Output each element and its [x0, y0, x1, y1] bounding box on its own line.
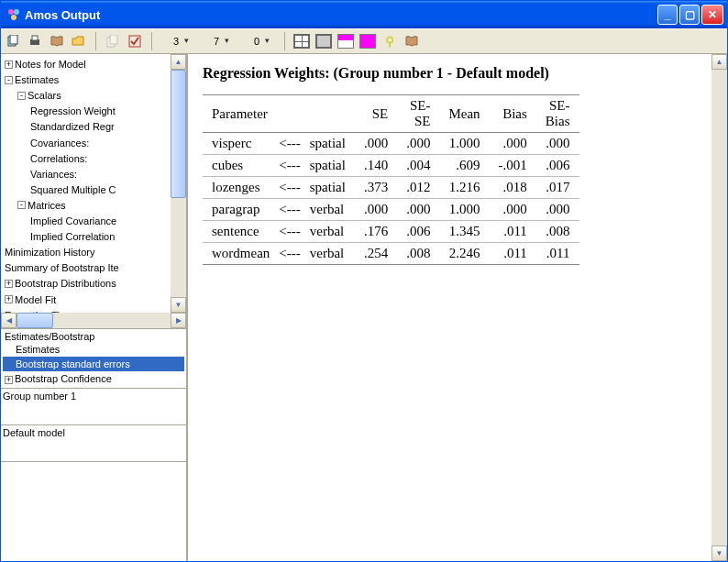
tree-item-label: Squared Multiple C: [30, 182, 116, 197]
cell-value: -.001: [490, 155, 536, 177]
copy-icon[interactable]: [105, 33, 121, 50]
copy-to-clipboard-icon[interactable]: [5, 33, 21, 50]
list-item-label: Bootstrap standard errors: [16, 358, 130, 369]
svg-rect-6: [32, 36, 38, 40]
list-item-label: Estimates: [16, 344, 60, 355]
scroll-thumb[interactable]: [171, 70, 186, 198]
cell-value: .008: [397, 243, 439, 265]
scrollbar-vertical[interactable]: ▲ ▼: [171, 54, 186, 313]
cell-arrow: <---: [275, 177, 303, 199]
estimates-bootstrap-pane: Estimates/Bootstrap EstimatesBootstrap s…: [1, 329, 186, 389]
open-folder-icon[interactable]: [71, 33, 87, 50]
titlebar: Amos Output _ ▢ ✕: [1, 1, 727, 28]
toolbar-num-2: 7: [201, 36, 219, 47]
options-icon[interactable]: [127, 33, 143, 50]
scroll-up-icon[interactable]: ▲: [711, 54, 727, 70]
scroll-up-icon[interactable]: ▲: [171, 54, 186, 70]
view-gray-icon[interactable]: [315, 34, 332, 49]
cell-value: .011: [536, 243, 579, 265]
view-crosshair-icon[interactable]: [293, 34, 310, 49]
cell-factor: spatial: [304, 133, 355, 155]
tree-item[interactable]: Implied Correlation: [3, 228, 184, 244]
minimize-button[interactable]: _: [657, 5, 678, 25]
cell-value: 1.216: [439, 177, 489, 199]
column-header: SE: [355, 95, 397, 133]
tree-item-label: Implied Covariance: [30, 214, 116, 228]
list-item[interactable]: Bootstrap standard errors: [3, 357, 184, 371]
column-header: SE- SE: [397, 95, 439, 133]
tree-item[interactable]: Correlations:: [3, 150, 184, 166]
expand-icon[interactable]: +: [5, 61, 13, 69]
book-icon[interactable]: [49, 33, 65, 50]
tree-item-label: Bootstrap Distributions: [15, 276, 116, 291]
tree-item[interactable]: Squared Multiple C: [3, 182, 184, 197]
window-title: Amos Output: [25, 8, 657, 22]
collapse-icon[interactable]: -: [5, 76, 13, 84]
cell-arrow: <---: [275, 221, 303, 243]
close-button[interactable]: ✕: [701, 5, 723, 25]
cell-arrow: <---: [275, 133, 303, 155]
tree-item[interactable]: Regression Weight: [3, 103, 184, 118]
tree-item[interactable]: Covariances:: [3, 134, 184, 149]
tree-item[interactable]: -Matrices: [3, 197, 184, 213]
tree-item-label: Implied Correlation: [30, 229, 115, 244]
scroll-left-icon[interactable]: ◀: [1, 313, 17, 328]
tree-item-label: Variances:: [30, 167, 77, 182]
tree-item-label: Minimization History: [5, 245, 94, 259]
tree-item[interactable]: +Notes for Model: [3, 56, 184, 72]
cell-value: 2.246: [439, 243, 489, 265]
tree-item[interactable]: -Estimates: [3, 72, 184, 87]
scroll-down-icon[interactable]: ▼: [171, 297, 186, 313]
cell-arrow: <---: [275, 199, 303, 221]
tree-item[interactable]: Implied Covariance: [3, 213, 184, 228]
dropdown-icon[interactable]: ▾: [265, 36, 276, 47]
tree-item[interactable]: Summary of Bootstrap Ite: [3, 259, 184, 275]
cell-value: 1.000: [439, 199, 489, 221]
scrollbar-vertical[interactable]: ▲ ▼: [711, 54, 727, 561]
cell-value: .609: [439, 155, 489, 177]
scroll-right-icon[interactable]: ▶: [171, 313, 186, 328]
print-icon[interactable]: [27, 33, 43, 50]
scroll-down-icon[interactable]: ▼: [711, 545, 727, 561]
cell-factor: verbal: [304, 243, 355, 265]
model-pane[interactable]: Default model: [1, 425, 186, 462]
dropdown-icon[interactable]: ▾: [225, 36, 236, 47]
group-pane[interactable]: Group number 1: [1, 389, 186, 425]
cell-value: .006: [397, 221, 439, 243]
tree-item[interactable]: -Scalars: [3, 87, 184, 103]
pin-icon[interactable]: ⚲: [381, 33, 398, 50]
group-label: Group number 1: [3, 391, 76, 402]
collapse-icon[interactable]: -: [17, 201, 26, 209]
tree-item[interactable]: +Bootstrap Distributions: [3, 275, 184, 291]
scroll-thumb[interactable]: [17, 313, 53, 328]
book2-icon[interactable]: [403, 33, 420, 50]
tree-item[interactable]: Variances:: [3, 166, 184, 182]
svg-rect-8: [110, 35, 117, 44]
maximize-button[interactable]: ▢: [679, 5, 700, 25]
list-item[interactable]: +Bootstrap Confidence: [3, 371, 184, 386]
pane-header: Estimates/Bootstrap: [3, 331, 184, 342]
scrollbar-horizontal[interactable]: ◀ ▶: [1, 313, 186, 328]
expand-icon[interactable]: +: [5, 295, 13, 303]
tree-item-label: Notes for Model: [15, 57, 86, 72]
cell-parameter: cubes: [203, 155, 275, 177]
tree-item-label: Scalars: [28, 88, 61, 103]
cell-value: .254: [355, 243, 397, 265]
expand-icon[interactable]: +: [5, 280, 13, 288]
tree-item[interactable]: Minimization History: [3, 244, 184, 259]
cell-value: .011: [490, 221, 536, 243]
cell-factor: verbal: [304, 221, 355, 243]
collapse-icon[interactable]: -: [17, 92, 26, 100]
column-header: Bias: [490, 95, 536, 133]
expand-icon[interactable]: +: [5, 376, 13, 384]
tree-item[interactable]: +Model Fit: [3, 291, 184, 306]
view-split-icon[interactable]: [337, 34, 354, 49]
tree-item-label: Matrices: [28, 198, 66, 213]
cell-parameter: lozenges: [203, 177, 275, 199]
list-item[interactable]: Estimates: [3, 342, 184, 357]
svg-point-1: [14, 9, 19, 15]
view-magenta-icon[interactable]: [359, 34, 376, 49]
table-row: visperc<---spatial.000.0001.000.000.000: [203, 133, 579, 155]
tree-item[interactable]: Standardized Regr: [3, 118, 184, 134]
dropdown-icon[interactable]: ▾: [184, 36, 195, 47]
